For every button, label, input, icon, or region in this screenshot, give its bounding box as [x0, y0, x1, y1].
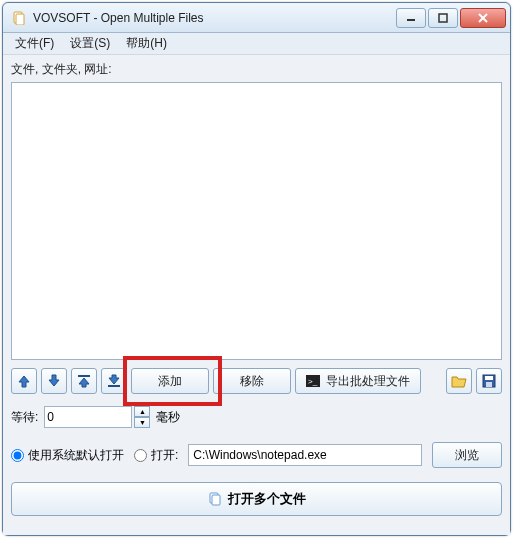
radio-open-with-label: 打开:	[151, 447, 178, 464]
terminal-icon: >_	[306, 375, 320, 387]
titlebar: VOVSOFT - Open Multiple Files	[3, 3, 510, 33]
menu-settings[interactable]: 设置(S)	[62, 33, 118, 54]
window-title: VOVSOFT - Open Multiple Files	[33, 11, 204, 25]
open-multiple-label: 打开多个文件	[228, 490, 306, 508]
move-up-button[interactable]	[11, 368, 37, 394]
menu-help[interactable]: 帮助(H)	[118, 33, 175, 54]
minimize-button[interactable]	[396, 8, 426, 28]
list-label: 文件, 文件夹, 网址:	[11, 61, 502, 78]
folder-open-icon	[451, 374, 467, 388]
browse-button[interactable]: 浏览	[432, 442, 502, 468]
arrow-bottom-icon	[106, 373, 122, 389]
open-multiple-button[interactable]: 打开多个文件	[11, 482, 502, 516]
wait-label: 等待:	[11, 409, 38, 426]
copy-icon	[208, 492, 222, 506]
app-window: VOVSOFT - Open Multiple Files 文件(F) 设置(S…	[2, 2, 511, 536]
radio-open-with[interactable]: 打开:	[134, 447, 178, 464]
radio-open-with-input[interactable]	[134, 449, 147, 462]
floppy-save-icon	[482, 374, 496, 388]
arrow-top-icon	[76, 373, 92, 389]
arrow-up-icon	[16, 373, 32, 389]
svg-rect-12	[486, 382, 492, 387]
wait-spinner: ▲ ▼	[134, 406, 150, 428]
svg-rect-3	[439, 14, 447, 22]
arrow-down-icon	[46, 373, 62, 389]
export-batch-button[interactable]: >_ 导出批处理文件	[295, 368, 421, 394]
menubar: 文件(F) 设置(S) 帮助(H)	[3, 33, 510, 55]
wait-input[interactable]	[44, 406, 132, 428]
save-file-button[interactable]	[476, 368, 502, 394]
move-down-button[interactable]	[41, 368, 67, 394]
svg-rect-11	[485, 376, 493, 380]
wait-row: 等待: ▲ ▼ 毫秒	[11, 406, 502, 428]
close-button[interactable]	[460, 8, 506, 28]
svg-rect-14	[212, 495, 220, 505]
toolbar: 添加 移除 >_ 导出批处理文件	[11, 368, 502, 394]
window-controls	[396, 8, 506, 28]
remove-button[interactable]: 移除	[213, 368, 291, 394]
file-list-input[interactable]	[11, 82, 502, 360]
open-with-path-input[interactable]	[188, 444, 422, 466]
wait-unit: 毫秒	[156, 409, 180, 426]
radio-default-open[interactable]: 使用系统默认打开	[11, 447, 124, 464]
add-button[interactable]: 添加	[131, 368, 209, 394]
move-bottom-button[interactable]	[101, 368, 127, 394]
open-file-button[interactable]	[446, 368, 472, 394]
menu-file[interactable]: 文件(F)	[7, 33, 62, 54]
export-batch-label: 导出批处理文件	[326, 373, 410, 390]
maximize-button[interactable]	[428, 8, 458, 28]
app-icon	[11, 10, 27, 26]
spinner-down-button[interactable]: ▼	[134, 417, 150, 428]
move-top-button[interactable]	[71, 368, 97, 394]
svg-rect-1	[16, 14, 24, 25]
spinner-up-button[interactable]: ▲	[134, 406, 150, 417]
radio-default-open-label: 使用系统默认打开	[28, 447, 124, 464]
client-area: 文件, 文件夹, 网址:	[3, 55, 510, 535]
radio-default-open-input[interactable]	[11, 449, 24, 462]
svg-text:>_: >_	[308, 377, 318, 386]
open-row: 使用系统默认打开 打开: 浏览	[11, 442, 502, 468]
